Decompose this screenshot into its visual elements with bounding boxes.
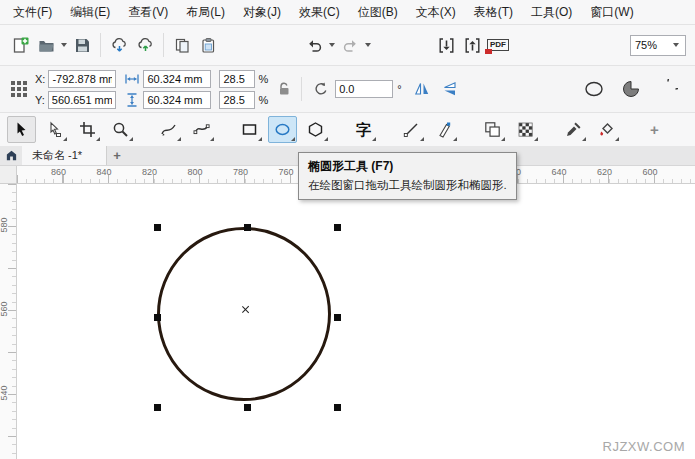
rectangle-icon xyxy=(241,121,258,138)
selection-handle[interactable] xyxy=(334,314,341,321)
rotation-angle-button xyxy=(307,75,335,103)
vruler-label: 580 xyxy=(0,213,9,237)
interactive-fill-tool[interactable] xyxy=(592,116,621,143)
more-tools-button[interactable]: + xyxy=(640,116,669,143)
toolbar-separator xyxy=(163,33,164,57)
undo-icon xyxy=(306,37,323,54)
export-button[interactable] xyxy=(459,32,485,58)
ellipse-mode-button[interactable] xyxy=(580,75,608,103)
selection-handle[interactable] xyxy=(334,404,341,411)
vruler-label: 560 xyxy=(0,297,9,321)
watermark-text: RJZXW.COM xyxy=(603,439,686,454)
object-center-marker[interactable] xyxy=(241,305,250,314)
open-button[interactable] xyxy=(33,32,59,58)
new-document-icon xyxy=(12,37,29,54)
save-floppy-icon xyxy=(74,37,91,54)
hruler-label: 800 xyxy=(188,167,203,177)
import-button[interactable] xyxy=(433,32,459,58)
vertical-ruler[interactable]: 580560540 xyxy=(0,184,17,459)
mirror-horizontal-button[interactable] xyxy=(408,75,436,103)
mirror-vertical-button[interactable] xyxy=(436,75,464,103)
lock-icon xyxy=(276,81,292,97)
object-width-input[interactable] xyxy=(143,70,211,88)
arc-mode-button[interactable] xyxy=(654,75,682,103)
menu-item-object[interactable]: 对象(J) xyxy=(234,0,290,24)
menu-item-table[interactable]: 表格(T) xyxy=(465,0,522,24)
hruler-label: 820 xyxy=(142,167,157,177)
copy-button[interactable] xyxy=(169,32,195,58)
hruler-label: 840 xyxy=(97,167,112,177)
contour-tool[interactable] xyxy=(478,116,507,143)
freehand-icon xyxy=(160,121,177,138)
cloud-download-button[interactable] xyxy=(106,32,132,58)
selection-handle[interactable] xyxy=(244,404,251,411)
pen-tool[interactable] xyxy=(430,116,459,143)
publish-pdf-button[interactable]: PDF xyxy=(485,32,511,58)
zoom-tool[interactable] xyxy=(106,116,135,143)
polygon-tool[interactable] xyxy=(301,116,330,143)
new-tab-button[interactable]: + xyxy=(107,146,127,165)
object-height-icon xyxy=(124,92,140,108)
object-position-button[interactable] xyxy=(7,71,31,107)
menu-item-file[interactable]: 文件(F) xyxy=(4,0,61,24)
object-height-input[interactable] xyxy=(143,91,211,109)
menu-item-edit[interactable]: 编辑(E) xyxy=(61,0,119,24)
rectangle-tool[interactable] xyxy=(235,116,264,143)
hruler-label: 760 xyxy=(279,167,294,177)
pick-tool[interactable] xyxy=(7,116,36,143)
ellipse-tool-tooltip: 椭圆形工具 (F7) 在绘图窗口拖动工具绘制圆形和椭圆形. xyxy=(298,152,517,200)
transparency-tool[interactable] xyxy=(511,116,540,143)
menu-item-effects[interactable]: 效果(C) xyxy=(290,0,349,24)
selection-handle[interactable] xyxy=(154,314,161,321)
pie-mode-button[interactable] xyxy=(617,75,645,103)
menu-item-tools[interactable]: 工具(O) xyxy=(522,0,581,24)
save-button[interactable] xyxy=(69,32,95,58)
scale-horizontal-input[interactable] xyxy=(219,70,255,88)
document-tab[interactable]: 未命名 -1* xyxy=(22,146,107,165)
freehand-tool[interactable] xyxy=(154,116,183,143)
scale-vertical-input[interactable] xyxy=(219,91,255,109)
polygon-icon xyxy=(307,121,324,138)
selection-handle[interactable] xyxy=(244,224,251,231)
magnifier-icon xyxy=(112,121,129,138)
menu-item-view[interactable]: 查看(V) xyxy=(119,0,177,24)
eyedropper-tool[interactable] xyxy=(559,116,588,143)
mirror-horizontal-icon xyxy=(413,80,431,98)
crop-tool[interactable] xyxy=(73,116,102,143)
cloud-upload-button[interactable] xyxy=(132,32,158,58)
zoom-level-select[interactable]: 75% xyxy=(630,35,686,56)
shape-tool[interactable] xyxy=(40,116,69,143)
paste-button[interactable] xyxy=(195,32,221,58)
line-tool[interactable] xyxy=(397,116,426,143)
new-document-button[interactable] xyxy=(7,32,33,58)
redo-icon xyxy=(342,37,359,54)
hruler-label: 780 xyxy=(233,167,248,177)
redo-dropdown-arrow[interactable] xyxy=(365,43,371,47)
text-tool[interactable]: 字 xyxy=(349,116,378,143)
menu-item-window[interactable]: 窗口(W) xyxy=(581,0,642,24)
lock-ratio-button[interactable] xyxy=(272,71,296,107)
open-dropdown-arrow[interactable] xyxy=(61,43,67,47)
rotation-angle-input[interactable] xyxy=(335,80,393,98)
drawing-canvas[interactable]: RJZXW.COM xyxy=(17,184,695,459)
selection-handle[interactable] xyxy=(334,224,341,231)
y-position-input[interactable] xyxy=(48,91,116,109)
app-window: 文件(F)编辑(E)查看(V)布局(L)对象(J)效果(C)位图(B)文本(X)… xyxy=(0,0,695,459)
selection-handle[interactable] xyxy=(154,404,161,411)
undo-button[interactable] xyxy=(301,32,327,58)
start-page-button[interactable] xyxy=(0,146,22,165)
menu-item-layout[interactable]: 布局(L) xyxy=(177,0,234,24)
tooltip-description: 在绘图窗口拖动工具绘制圆形和椭圆形. xyxy=(308,178,507,193)
selection-handle[interactable] xyxy=(154,224,161,231)
artistic-media-tool[interactable] xyxy=(187,116,216,143)
redo-button[interactable] xyxy=(337,32,363,58)
degree-label: ° xyxy=(397,83,401,95)
menu-item-text[interactable]: 文本(X) xyxy=(407,0,465,24)
undo-dropdown-arrow[interactable] xyxy=(329,43,335,47)
ellipse-shape[interactable] xyxy=(157,227,331,401)
fill-bucket-icon xyxy=(598,121,615,138)
ruler-origin[interactable] xyxy=(0,166,17,184)
x-position-input[interactable] xyxy=(48,70,116,88)
ellipse-tool[interactable] xyxy=(268,116,297,143)
menu-item-bitmaps[interactable]: 位图(B) xyxy=(349,0,407,24)
